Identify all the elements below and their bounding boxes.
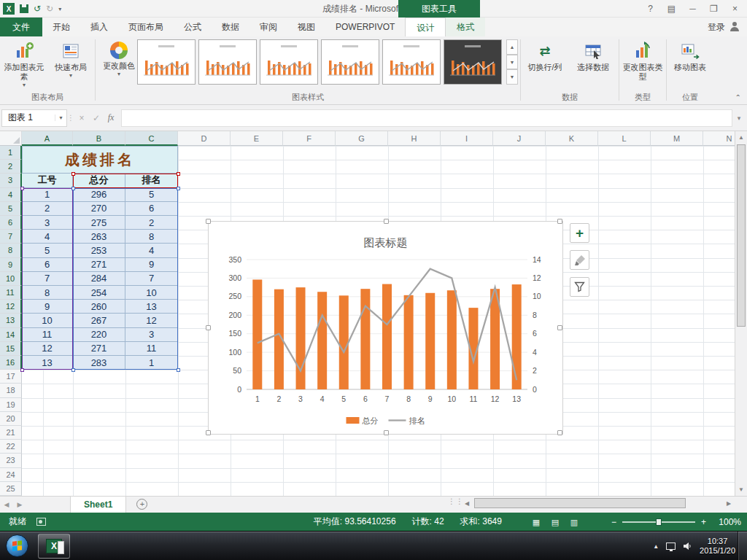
switch-row-column-button[interactable]: ⇄ 切换行/列: [522, 39, 568, 91]
row-header-10[interactable]: 10: [0, 272, 22, 286]
restore-button[interactable]: ❐: [703, 0, 724, 18]
expand-formula-bar-icon[interactable]: ▾: [732, 114, 746, 122]
row-header-23[interactable]: 23: [0, 454, 22, 467]
row-header-12[interactable]: 12: [0, 300, 22, 314]
scroll-down-icon[interactable]: ▼: [735, 483, 747, 496]
tab-审阅[interactable]: 审阅: [249, 18, 287, 36]
zoom-percent[interactable]: 100%: [712, 517, 741, 527]
cancel-icon[interactable]: ×: [74, 113, 89, 123]
table-data-cell[interactable]: 275: [73, 216, 125, 230]
sign-in-area[interactable]: 登录: [708, 18, 747, 36]
undo-icon[interactable]: ↺: [34, 0, 41, 18]
gallery-up-icon[interactable]: ▲: [506, 39, 518, 55]
table-data-cell[interactable]: 263: [73, 230, 125, 244]
volume-icon[interactable]: [683, 542, 692, 551]
table-data-cell[interactable]: 6: [22, 258, 73, 272]
table-data-cell[interactable]: 3: [125, 328, 178, 342]
column-header-J[interactable]: J: [493, 131, 546, 146]
ribbon-display-button[interactable]: ▤: [661, 0, 682, 18]
table-data-cell[interactable]: 11: [22, 328, 73, 342]
help-button[interactable]: ?: [640, 0, 661, 18]
chart-style-thumbnail[interactable]: [382, 39, 441, 85]
table-data-cell[interactable]: 7: [22, 272, 73, 286]
table-data-cell[interactable]: 2: [22, 202, 73, 216]
row-header-1[interactable]: 1: [0, 146, 22, 160]
row-header-2[interactable]: 2: [0, 160, 22, 174]
show-desktop-button[interactable]: [738, 532, 747, 560]
move-chart-button[interactable]: 移动图表: [667, 39, 713, 91]
row-header-4[interactable]: 4: [0, 188, 22, 202]
table-data-cell[interactable]: 11: [125, 342, 178, 356]
table-data-cell[interactable]: 271: [73, 342, 125, 356]
zoom-thumb[interactable]: [656, 518, 662, 526]
minimize-button[interactable]: ─: [682, 0, 703, 18]
chart-styles-button[interactable]: [570, 250, 589, 270]
row-header-17[interactable]: 17: [0, 370, 22, 384]
table-data-cell[interactable]: 6: [125, 202, 178, 216]
start-button[interactable]: [6, 534, 28, 557]
hidden-icons-arrow[interactable]: ▲: [653, 543, 659, 550]
gallery-down-icon[interactable]: ▼: [506, 55, 518, 70]
row-header-16[interactable]: 16: [0, 356, 22, 370]
row-header-6[interactable]: 6: [0, 216, 22, 230]
table-data-cell[interactable]: 1: [22, 188, 73, 202]
chart-object[interactable]: 图表标题050100150200250300350024681012141234…: [208, 221, 563, 435]
row-header-14[interactable]: 14: [0, 328, 22, 342]
row-header-15[interactable]: 15: [0, 342, 22, 356]
select-data-button[interactable]: 选择数据: [570, 39, 616, 91]
scroll-up-icon[interactable]: ▲: [735, 131, 747, 144]
column-header-F[interactable]: F: [283, 131, 336, 146]
tab-开始[interactable]: 开始: [42, 18, 80, 36]
row-header-24[interactable]: 24: [0, 468, 22, 482]
chart-selection-handle[interactable]: [557, 430, 562, 435]
table-data-cell[interactable]: 271: [73, 258, 125, 272]
network-icon[interactable]: [666, 542, 676, 550]
table-data-cell[interactable]: 12: [22, 342, 73, 356]
table-data-cell[interactable]: 284: [73, 272, 125, 286]
column-header-C[interactable]: C: [125, 131, 178, 146]
column-header-E[interactable]: E: [231, 131, 283, 146]
table-data-cell[interactable]: 8: [125, 230, 178, 244]
table-data-cell[interactable]: 1: [125, 356, 178, 370]
change-colors-button[interactable]: 更改颜色 ▾: [96, 39, 142, 91]
row-header-18[interactable]: 18: [0, 384, 22, 397]
row-header-7[interactable]: 7: [0, 230, 22, 244]
table-data-cell[interactable]: 254: [73, 286, 125, 300]
table-data-cell[interactable]: 220: [73, 328, 125, 342]
column-header-K[interactable]: K: [546, 131, 598, 146]
column-header-B[interactable]: B: [73, 131, 125, 146]
column-header-N[interactable]: N: [703, 131, 735, 146]
chart-style-thumbnail[interactable]: [321, 39, 379, 85]
tab-设计[interactable]: 设计: [405, 18, 446, 36]
horizontal-scroll-thumb[interactable]: [474, 498, 686, 508]
table-data-cell[interactable]: 253: [73, 244, 125, 257]
horizontal-scrollbar[interactable]: ◀ ▶: [461, 497, 735, 510]
table-data-cell[interactable]: 10: [22, 314, 73, 327]
scroll-left-icon[interactable]: ◀: [461, 497, 473, 510]
column-header-L[interactable]: L: [598, 131, 651, 146]
chart-selection-handle[interactable]: [557, 325, 562, 330]
table-data-cell[interactable]: 10: [125, 286, 178, 300]
tab-视图[interactable]: 视图: [287, 18, 325, 36]
chart-elements-button[interactable]: +: [570, 223, 589, 243]
horizontal-scroll-track[interactable]: [473, 497, 723, 510]
table-data-cell[interactable]: 296: [73, 188, 125, 202]
row-header-25[interactable]: 25: [0, 482, 22, 496]
redo-icon[interactable]: ↻: [46, 0, 53, 18]
chart-style-thumbnail[interactable]: [444, 39, 502, 85]
table-data-cell[interactable]: 4: [22, 230, 73, 244]
row-header-9[interactable]: 9: [0, 258, 22, 272]
save-icon[interactable]: [20, 4, 28, 13]
chart-selection-handle[interactable]: [206, 430, 211, 435]
collapse-ribbon-icon[interactable]: ⌃: [735, 93, 741, 101]
zoom-out-icon[interactable]: −: [611, 517, 616, 527]
close-button[interactable]: ×: [724, 0, 746, 18]
change-chart-type-button[interactable]: 更改图表类型: [620, 39, 665, 91]
tab-页面布局[interactable]: 页面布局: [118, 18, 174, 36]
table-title-cell[interactable]: 成绩排名: [22, 146, 178, 174]
macro-record-icon[interactable]: [36, 518, 46, 526]
new-sheet-button[interactable]: +: [136, 499, 147, 510]
table-data-cell[interactable]: 260: [73, 300, 125, 314]
column-header-A[interactable]: A: [22, 131, 73, 146]
table-data-cell[interactable]: 4: [125, 244, 178, 257]
